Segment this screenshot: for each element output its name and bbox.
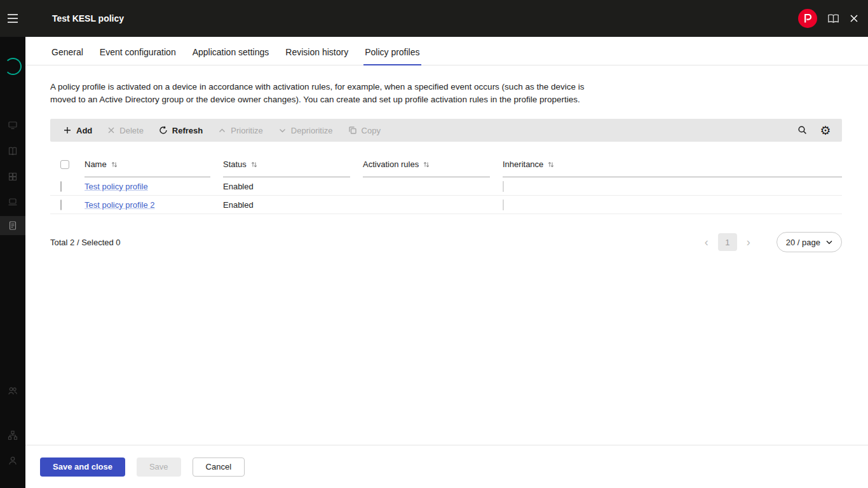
table-row: Test policy profile 2 Enabled bbox=[50, 196, 842, 214]
row-checkbox[interactable] bbox=[60, 200, 62, 210]
search-icon[interactable] bbox=[794, 121, 811, 139]
sidebar-devices-icon[interactable] bbox=[0, 193, 25, 212]
refresh-icon bbox=[159, 126, 168, 135]
column-header-inheritance[interactable]: Inheritance bbox=[503, 156, 842, 177]
copy-button-label: Copy bbox=[362, 126, 381, 135]
gear-icon[interactable]: ⚙ bbox=[817, 121, 834, 139]
sort-icon[interactable] bbox=[111, 161, 118, 168]
status-value: Enabled bbox=[223, 200, 363, 210]
copy-button[interactable]: Copy bbox=[341, 119, 388, 142]
prioritize-button-label: Prioritize bbox=[231, 126, 263, 135]
column-header-activation-rules[interactable]: Activation rules bbox=[363, 156, 503, 177]
toolbar-right: ⚙ bbox=[794, 121, 837, 139]
sort-icon[interactable] bbox=[423, 161, 430, 168]
logo-arc bbox=[4, 58, 22, 75]
main-panel: General Event configuration Application … bbox=[25, 37, 868, 488]
deprioritize-button-label: Deprioritize bbox=[291, 126, 333, 135]
toolbar: Add Delete Refresh Prioritize Deprioriti… bbox=[50, 119, 842, 142]
sidebar-library-icon[interactable] bbox=[0, 142, 25, 161]
inheritance-checkbox bbox=[503, 181, 504, 192]
delete-button-label: Delete bbox=[119, 126, 144, 135]
tab-application-settings[interactable]: Application settings bbox=[191, 44, 271, 65]
refresh-button-label: Refresh bbox=[172, 126, 203, 135]
tab-general[interactable]: General bbox=[50, 44, 85, 65]
kaspersky-logo-icon bbox=[803, 14, 812, 23]
sort-icon[interactable] bbox=[250, 161, 258, 168]
page-size-label: 20 / page bbox=[786, 238, 820, 247]
save-and-close-button[interactable]: Save and close bbox=[40, 458, 125, 477]
cancel-button[interactable]: Cancel bbox=[193, 458, 245, 477]
deprioritize-button[interactable]: Deprioritize bbox=[271, 119, 341, 142]
profile-link[interactable]: Test policy profile 2 bbox=[85, 200, 155, 210]
app-window: Test KESL policy bbox=[0, 0, 868, 488]
x-icon bbox=[107, 126, 115, 134]
sidebar-account-icon[interactable] bbox=[0, 451, 25, 470]
tab-revision-history[interactable]: Revision history bbox=[284, 44, 349, 65]
selection-summary: Total 2 / Selected 0 bbox=[50, 238, 121, 247]
plus-icon bbox=[63, 126, 72, 135]
close-icon[interactable] bbox=[850, 14, 858, 23]
prioritize-button[interactable]: Prioritize bbox=[210, 119, 271, 142]
select-all-checkbox[interactable] bbox=[60, 160, 69, 169]
next-page-icon[interactable]: › bbox=[742, 236, 755, 248]
page-number[interactable]: 1 bbox=[718, 233, 737, 251]
sidebar-users-icon[interactable] bbox=[0, 381, 25, 400]
table-row: Test policy profile Enabled bbox=[50, 177, 842, 196]
column-header-name[interactable]: Name bbox=[85, 156, 223, 177]
tab-bar: General Event configuration Application … bbox=[25, 37, 868, 65]
status-value: Enabled bbox=[223, 182, 363, 191]
hamburger-menu-icon[interactable] bbox=[0, 14, 25, 23]
page-description: A policy profile is activated on a devic… bbox=[50, 81, 609, 106]
copy-icon bbox=[348, 126, 357, 135]
sort-icon[interactable] bbox=[547, 161, 555, 168]
policy-profiles-table: Name Status Activation rules Inheritance bbox=[50, 156, 842, 214]
action-footer: Save and close Save Cancel bbox=[25, 445, 868, 488]
sidebar-hierarchy-icon[interactable] bbox=[0, 426, 25, 445]
kaspersky-logo-badge[interactable] bbox=[798, 9, 817, 28]
chevron-down-icon bbox=[826, 240, 832, 245]
sidebar-assets-grid-icon[interactable] bbox=[0, 167, 25, 186]
inheritance-checkbox bbox=[503, 200, 504, 210]
chevron-up-icon bbox=[218, 126, 226, 135]
content-area: General Event configuration Application … bbox=[25, 37, 868, 445]
prev-page-icon[interactable]: ‹ bbox=[700, 236, 713, 248]
chevron-down-icon bbox=[278, 126, 287, 135]
page-size-dropdown[interactable]: 20 / page bbox=[776, 232, 842, 252]
title-bar-actions bbox=[798, 9, 868, 28]
row-checkbox[interactable] bbox=[60, 181, 62, 192]
sidebar-monitoring-icon[interactable] bbox=[0, 116, 25, 135]
save-button[interactable]: Save bbox=[137, 458, 181, 477]
book-icon[interactable] bbox=[827, 13, 840, 24]
column-header-status[interactable]: Status bbox=[223, 156, 363, 177]
nav-sidebar bbox=[0, 37, 25, 488]
add-button-label: Add bbox=[76, 126, 92, 135]
profile-link[interactable]: Test policy profile bbox=[85, 182, 148, 191]
pager: ‹ 1 › 20 / page bbox=[700, 232, 842, 252]
tab-event-configuration[interactable]: Event configuration bbox=[98, 44, 177, 65]
tab-policy-profiles[interactable]: Policy profiles bbox=[363, 44, 421, 65]
add-button[interactable]: Add bbox=[55, 119, 100, 142]
window-title: Test KESL policy bbox=[52, 13, 124, 24]
pagination-row: Total 2 / Selected 0 ‹ 1 › 20 / page bbox=[50, 232, 842, 252]
title-bar: Test KESL policy bbox=[0, 0, 868, 37]
table-header-row: Name Status Activation rules Inheritance bbox=[50, 156, 842, 177]
delete-button[interactable]: Delete bbox=[100, 119, 151, 142]
refresh-button[interactable]: Refresh bbox=[151, 119, 210, 142]
sidebar-policies-icon[interactable] bbox=[0, 216, 25, 235]
